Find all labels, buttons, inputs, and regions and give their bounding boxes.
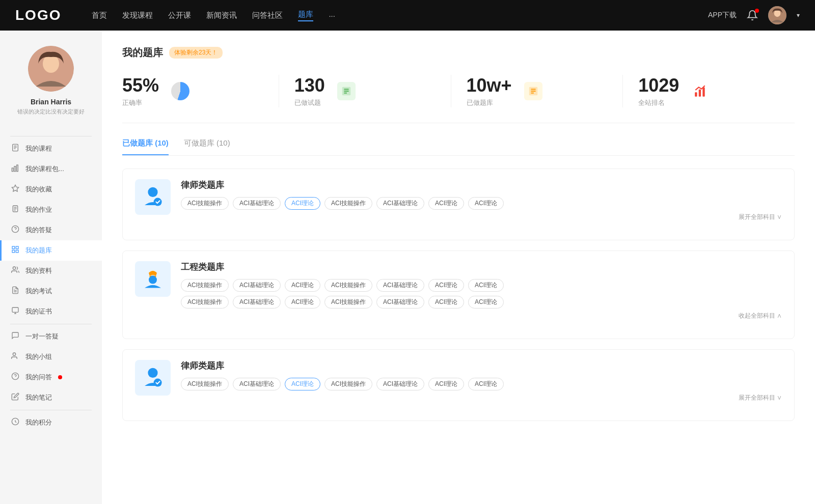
sidebar-label: 我的课程 [25, 144, 52, 153]
sidebar-item-certificates[interactable]: 我的证书 [0, 301, 102, 322]
tag-2-4[interactable]: ACI基础理论 [376, 378, 424, 390]
qbank-icon-lawyer2 [135, 360, 171, 396]
tag-1r2-5[interactable]: ACI理论 [428, 296, 464, 309]
sidebar-item-exams[interactable]: 我的考试 [0, 281, 102, 301]
nav-news[interactable]: 新闻资讯 [206, 11, 237, 20]
sidebar-label: 我的小组 [25, 352, 52, 361]
qbank-tags-2: ACI技能操作 ACI基础理论 ACI理论 ACI技能操作 ACI基础理论 AC… [181, 378, 782, 390]
nav-more[interactable]: ··· [329, 11, 335, 20]
sidebar-item-groups[interactable]: 我的小组 [0, 347, 102, 367]
sidebar-divider-1 [10, 136, 92, 136]
sidebar-label: 我的题库 [25, 246, 52, 255]
navbar: LOGO 首页 发现课程 公开课 新闻资讯 问答社区 题库 ··· APP下载 … [0, 0, 815, 31]
tag-1-6[interactable]: ACI理论 [468, 279, 504, 292]
stat-site-rank: 1029 全站排名 [623, 75, 795, 107]
tag-2-1[interactable]: ACI基础理论 [233, 378, 281, 390]
logo[interactable]: LOGO [15, 7, 61, 23]
nav-qa[interactable]: 问答社区 [252, 11, 283, 20]
tab-done-banks[interactable]: 已做题库 (10) [122, 138, 169, 155]
tag-1-3[interactable]: ACI技能操作 [324, 279, 372, 292]
sidebar-label: 我的作业 [25, 205, 52, 214]
main-layout: Brian Harris 错误的决定比没有决定要好 我的课程 我的课程包... … [0, 31, 815, 504]
sidebar-label: 我的资料 [25, 266, 52, 275]
app-download[interactable]: APP下载 [708, 11, 737, 20]
sidebar-username: Brian Harris [31, 98, 71, 106]
tag-1-1[interactable]: ACI基础理论 [233, 279, 281, 292]
tag-2-5[interactable]: ACI理论 [428, 378, 464, 390]
nav-open-course[interactable]: 公开课 [168, 11, 191, 20]
tag-0-5[interactable]: ACI理论 [428, 197, 464, 210]
tag-0-6[interactable]: ACI理论 [468, 197, 504, 210]
sidebar-item-my-courses[interactable]: 我的课程 [0, 138, 102, 159]
sidebar-item-question-bank[interactable]: 我的题库 [0, 240, 102, 261]
qbank-expand-1[interactable]: 收起全部科目 ∧ [181, 312, 782, 320]
nav-questions[interactable]: 题库 [298, 10, 313, 21]
tag-1-5[interactable]: ACI理论 [428, 279, 464, 292]
qbank-title-2: 律师类题库 [181, 360, 782, 372]
tag-1r2-6[interactable]: ACI理论 [468, 296, 504, 309]
correct-rate-chart [171, 82, 189, 100]
qbank-header-1: 工程类题库 ACI技能操作 ACI基础理论 ACI理论 ACI技能操作 ACI基… [135, 261, 782, 320]
user-menu-chevron[interactable]: ▾ [797, 12, 800, 19]
sidebar: Brian Harris 错误的决定比没有决定要好 我的课程 我的课程包... … [0, 31, 102, 504]
notification-bell[interactable] [747, 10, 758, 21]
sidebar-user-area: Brian Harris 错误的决定比没有决定要好 [0, 46, 102, 126]
stat-questions-done: 130 已做试题 [279, 75, 451, 107]
qbank-title-area-0: 律师类题库 ACI技能操作 ACI基础理论 ACI理论 ACI技能操作 ACI基… [181, 179, 782, 221]
tag-1r2-3[interactable]: ACI技能操作 [324, 296, 372, 309]
sidebar-avatar [28, 46, 74, 92]
tag-2-3[interactable]: ACI技能操作 [324, 378, 372, 390]
qbank-expand-2[interactable]: 展开全部科目 ∨ [181, 394, 782, 402]
sidebar-item-favorites[interactable]: 我的收藏 [0, 179, 102, 200]
svg-rect-25 [12, 307, 18, 312]
stat-label: 已做题库 [467, 98, 512, 107]
qbank-header-0: 律师类题库 ACI技能操作 ACI基础理论 ACI理论 ACI技能操作 ACI基… [135, 179, 782, 221]
qbank-expand-0[interactable]: 展开全部科目 ∨ [181, 213, 782, 221]
tag-0-3[interactable]: ACI技能操作 [324, 197, 372, 210]
qbank-card-2: 律师类题库 ACI技能操作 ACI基础理论 ACI理论 ACI技能操作 ACI基… [122, 349, 795, 421]
sidebar-label: 我的笔记 [25, 393, 52, 402]
svg-point-44 [154, 198, 162, 206]
help-icon [10, 372, 20, 382]
question-circle-icon [10, 225, 20, 235]
tag-1-0[interactable]: ACI技能操作 [181, 279, 229, 292]
nav-courses[interactable]: 发现课程 [122, 11, 153, 20]
sidebar-motto: 错误的决定比没有决定要好 [12, 108, 90, 116]
tag-0-1[interactable]: ACI基础理论 [233, 197, 281, 210]
stat-value: 10w+ [467, 75, 512, 96]
stat-value: 130 [294, 75, 325, 96]
tag-1r2-4[interactable]: ACI基础理论 [376, 296, 424, 309]
sidebar-item-points[interactable]: 我的积分 [0, 412, 102, 433]
tag-0-4[interactable]: ACI基础理论 [376, 197, 424, 210]
sidebar-item-homework[interactable]: 我的作业 [0, 200, 102, 220]
svg-point-46 [149, 276, 157, 284]
tag-2-2[interactable]: ACI理论 [285, 378, 320, 390]
engineer-icon [141, 267, 165, 291]
tag-0-0[interactable]: ACI技能操作 [181, 197, 229, 210]
tag-2-0[interactable]: ACI技能操作 [181, 378, 229, 390]
users-icon [10, 266, 20, 276]
sidebar-item-qa[interactable]: 我的答疑 [0, 220, 102, 240]
svg-rect-42 [703, 87, 705, 96]
tag-1r2-1[interactable]: ACI基础理论 [233, 296, 281, 309]
sidebar-item-my-qa[interactable]: 我的问答 [0, 367, 102, 387]
tab-available-banks[interactable]: 可做题库 (10) [184, 138, 230, 155]
sidebar-label: 我的问答 [25, 373, 52, 382]
nav-home[interactable]: 首页 [92, 11, 107, 20]
stat-value: 55% [122, 75, 159, 96]
tag-1-4[interactable]: ACI基础理论 [376, 279, 424, 292]
user-avatar[interactable] [768, 6, 786, 24]
tag-1r2-0[interactable]: ACI技能操作 [181, 296, 229, 309]
stat-banks-done: 10w+ 已做题库 [451, 75, 623, 107]
sidebar-item-notes[interactable]: 我的笔记 [0, 387, 102, 408]
tag-2-6[interactable]: ACI理论 [468, 378, 504, 390]
nav-menu: 首页 发现课程 公开课 新闻资讯 问答社区 题库 ··· [92, 10, 708, 21]
sidebar-item-1on1[interactable]: 一对一答疑 [0, 326, 102, 347]
sidebar-item-course-packages[interactable]: 我的课程包... [0, 159, 102, 179]
svg-point-48 [154, 379, 162, 387]
tag-0-2[interactable]: ACI理论 [285, 197, 320, 210]
sidebar-item-materials[interactable]: 我的资料 [0, 261, 102, 281]
qbank-header-2: 律师类题库 ACI技能操作 ACI基础理论 ACI理论 ACI技能操作 ACI基… [135, 360, 782, 402]
tag-1-2[interactable]: ACI理论 [285, 279, 320, 292]
tag-1r2-2[interactable]: ACI理论 [285, 296, 320, 309]
